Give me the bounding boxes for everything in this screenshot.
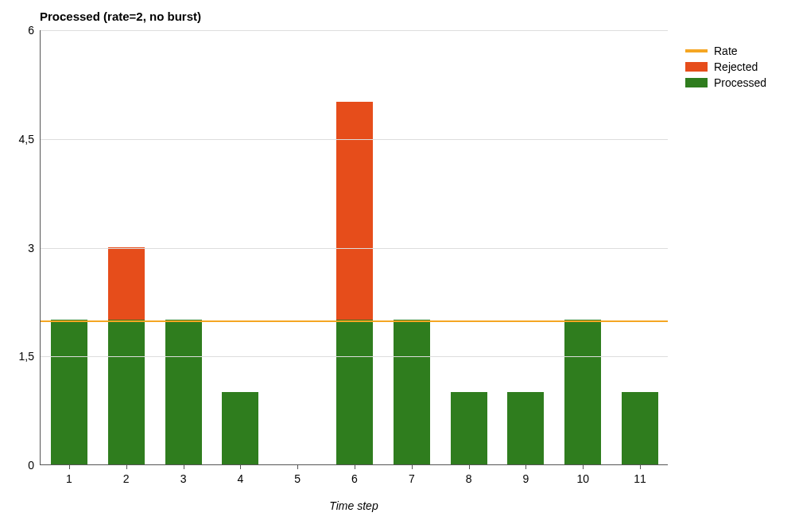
bar-group: [108, 247, 145, 464]
bar-group: [394, 320, 430, 464]
x-axis-label: Time step: [40, 499, 668, 512]
bar-processed: [336, 320, 373, 464]
x-tick: [184, 464, 184, 469]
x-tick-label: 9: [523, 472, 529, 485]
x-tick: [126, 464, 127, 469]
x-tick-label: 2: [123, 472, 130, 485]
chart-container: Processed (rate=2, no burst) 01,534,5612…: [0, 0, 795, 532]
legend-label-rate: Rate: [714, 45, 738, 57]
bar-processed: [222, 392, 258, 464]
x-tick: [525, 464, 526, 469]
legend-item-rate: Rate: [685, 45, 766, 57]
gridline: [41, 248, 668, 249]
legend-label-rejected: Rejected: [714, 60, 758, 73]
bar-processed: [51, 320, 87, 464]
x-tick: [240, 464, 241, 469]
bar-processed: [622, 392, 658, 464]
x-tick: [583, 464, 584, 469]
bar-group: [51, 320, 87, 464]
bar-processed: [394, 320, 430, 464]
x-tick-label: 3: [180, 472, 187, 485]
x-tick: [412, 464, 413, 469]
y-tick-label: 4,5: [19, 133, 34, 146]
x-tick: [355, 464, 355, 469]
bar-group: [564, 320, 601, 464]
legend-item-rejected: Rejected: [685, 60, 766, 73]
rate-line: [41, 320, 668, 322]
bar-group: [451, 392, 487, 464]
chart-title: Processed (rate=2, no burst): [40, 10, 201, 23]
x-tick-label: 7: [409, 472, 415, 485]
y-tick-label: 1,5: [19, 350, 34, 363]
plot-area: 01,534,561234567891011: [40, 30, 668, 465]
bar-processed: [108, 320, 145, 464]
gridline: [41, 356, 668, 357]
bar-group: [165, 320, 202, 464]
x-tick-label: 1: [66, 472, 72, 485]
x-tick: [69, 464, 70, 469]
bar-group: [336, 102, 373, 464]
x-tick: [297, 464, 298, 469]
x-tick: [640, 464, 641, 469]
y-tick-label: 3: [28, 242, 34, 254]
bar-group: [622, 392, 658, 464]
x-tick-label: 11: [634, 472, 646, 485]
x-tick-label: 5: [294, 472, 301, 485]
x-tick-label: 4: [237, 472, 243, 485]
x-tick-label: 6: [351, 472, 358, 485]
bar-processed: [507, 392, 544, 464]
x-tick: [469, 464, 470, 469]
bar-rejected: [336, 102, 373, 320]
gridline: [41, 139, 668, 140]
legend-label-processed: Processed: [714, 76, 766, 89]
bar-processed: [564, 320, 601, 464]
legend-swatch-rate: [685, 49, 708, 52]
y-tick-label: 6: [28, 24, 34, 37]
bar-group: [222, 392, 258, 464]
y-tick-label: 0: [28, 459, 34, 472]
x-tick-label: 10: [576, 472, 589, 485]
gridline: [41, 30, 668, 31]
bar-rejected: [108, 247, 145, 320]
legend-item-processed: Processed: [685, 76, 766, 89]
bar-processed: [165, 320, 202, 464]
bar-group: [507, 392, 544, 464]
legend-swatch-rejected: [685, 62, 708, 72]
legend-swatch-processed: [685, 78, 708, 87]
x-tick-label: 8: [466, 472, 472, 485]
legend: Rate Rejected Processed: [685, 45, 766, 92]
bar-processed: [451, 392, 487, 464]
